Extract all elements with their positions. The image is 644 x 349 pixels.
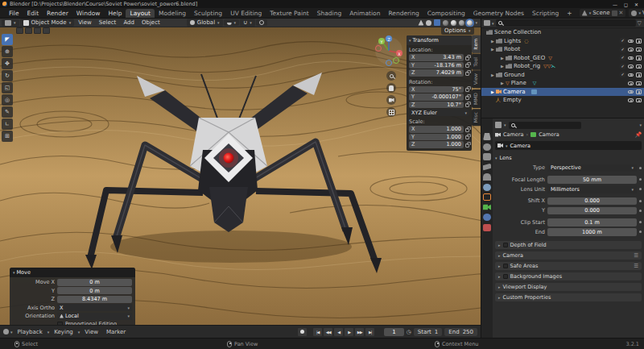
exclude-checkbox[interactable]: ✓ xyxy=(620,47,625,52)
safe-areas-checkbox[interactable] xyxy=(503,264,508,268)
add-cube-tool[interactable]: ⊞ xyxy=(2,131,13,142)
exclude-checkbox[interactable]: ✓ xyxy=(620,55,625,60)
rotation-mode-dropdown[interactable]: XYZ Euler▾ xyxy=(409,109,469,116)
scale-x-field[interactable]: X1.000 xyxy=(409,126,464,133)
maximize-button[interactable]: ◻ xyxy=(624,2,628,7)
workspace-tab-uv-editing[interactable]: UV Editing xyxy=(226,9,266,18)
menu-marker[interactable]: Marker xyxy=(103,329,129,335)
disable-render-icon[interactable] xyxy=(636,64,642,69)
animate-dot[interactable] xyxy=(639,210,642,212)
lock-icon[interactable] xyxy=(465,143,469,147)
hide-eye-icon[interactable] xyxy=(628,64,634,69)
next-keyframe-button[interactable]: ▶▶ xyxy=(355,328,364,336)
filter-funnel-icon[interactable]: ▽ xyxy=(638,20,642,27)
camera-datablock-field[interactable]: ▾ Camera xyxy=(495,141,642,150)
move-tool[interactable]: ✥ xyxy=(2,58,13,69)
panel-safe-areas[interactable]: ▸ Safe Areas ☰ xyxy=(495,262,642,271)
disable-render-icon[interactable] xyxy=(636,48,642,52)
play-reverse-button[interactable]: ◀ xyxy=(334,328,343,336)
workspace-tab-animation[interactable]: Animation xyxy=(345,9,384,18)
clip-start-field[interactable]: 0.1 m xyxy=(547,218,637,226)
hide-eye-icon[interactable] xyxy=(628,48,634,52)
lock-icon[interactable] xyxy=(465,103,469,107)
workspace-tab-scripting[interactable]: Scripting xyxy=(528,9,563,18)
lock-icon[interactable] xyxy=(465,64,469,68)
show-gizmo-icon[interactable] xyxy=(418,20,423,26)
shift-x-field[interactable]: 0.000 xyxy=(547,197,637,206)
animate-dot[interactable] xyxy=(639,200,642,202)
lens-panel-header[interactable]: ▾ Lens xyxy=(495,153,642,162)
workspace-tab-sculpting[interactable]: Sculpting xyxy=(190,9,226,18)
transform-tool[interactable]: ◎ xyxy=(2,94,13,106)
tab-object[interactable] xyxy=(483,193,491,201)
view-layer-selector[interactable]: ▾ ViewLayer xyxy=(629,9,644,17)
tool-option-icon[interactable] xyxy=(34,27,41,34)
menu-add[interactable]: Add xyxy=(120,19,138,26)
disable-render-icon[interactable] xyxy=(636,98,642,103)
outliner-row-robot[interactable]: ▶ Robot ✓ xyxy=(481,45,644,54)
add-workspace-button[interactable]: + xyxy=(563,9,576,18)
zoom-button[interactable] xyxy=(386,71,396,81)
panel-menu-icon[interactable]: ☰ xyxy=(634,252,638,259)
transform-orientation-selector[interactable]: Global ▾ xyxy=(187,19,223,27)
panel-camera[interactable]: ▸ Camera ☰ xyxy=(495,251,642,260)
frame-end-field[interactable]: End250 xyxy=(444,328,477,336)
mode-selector[interactable]: Object Mode ▾ xyxy=(20,19,75,27)
xray-toggle-icon[interactable] xyxy=(434,19,440,26)
disable-render-icon[interactable] xyxy=(636,39,642,44)
lock-icon[interactable] xyxy=(465,72,469,76)
tab-physics[interactable] xyxy=(483,214,491,221)
disable-render-icon[interactable] xyxy=(636,73,642,77)
timeline-editor-icon[interactable] xyxy=(3,329,9,334)
lock-icon[interactable] xyxy=(465,96,469,100)
pan-button[interactable] xyxy=(386,83,396,93)
editor-type-icon[interactable] xyxy=(495,122,502,128)
tab-mmd[interactable]: MMD xyxy=(472,89,481,108)
lock-icon[interactable] xyxy=(465,135,469,139)
location-x-field[interactable]: X3.43 m xyxy=(409,54,464,61)
disclosure-triangle[interactable]: ▶ xyxy=(499,56,506,60)
workspace-tab-geometry-nodes[interactable]: Geometry Nodes xyxy=(469,9,528,18)
workspace-tab-compositing[interactable]: Compositing xyxy=(423,9,469,18)
outliner-row-scene-collection[interactable]: Scene Collection xyxy=(481,28,644,37)
panel-background-images[interactable]: ▸ Background Images xyxy=(495,272,642,281)
hide-eye-icon[interactable] xyxy=(628,90,634,94)
lens-unit-dropdown[interactable]: Millimeters▾ xyxy=(547,185,637,193)
outliner-row-plane[interactable]: ▶ ▽ Plane ▽ xyxy=(481,79,644,88)
disclosure-triangle[interactable]: ▶ xyxy=(489,39,496,44)
disclosure-triangle[interactable]: ▶ xyxy=(499,64,506,69)
disable-render-icon[interactable] xyxy=(636,81,642,86)
perspective-toggle-button[interactable] xyxy=(386,107,396,117)
menu-view[interactable]: View xyxy=(75,19,95,26)
animate-dot[interactable] xyxy=(639,178,642,181)
outliner-row-empty[interactable]: ⼈ Empty xyxy=(481,96,644,105)
tab-object-data[interactable] xyxy=(483,204,491,211)
orientation-dropdown[interactable]: Local▾ xyxy=(57,313,132,320)
fake-user-shield-icon[interactable] xyxy=(634,143,639,148)
tab-misc[interactable]: Misc xyxy=(472,109,481,126)
hide-eye-icon[interactable] xyxy=(628,56,634,60)
move-z-field[interactable]: 8.4347 m xyxy=(57,296,132,303)
disclosure-triangle[interactable]: ▶ xyxy=(489,47,496,52)
outliner-row-lights[interactable]: ▶ Lights ◌ ✓ xyxy=(481,37,644,46)
use-preview-range-icon[interactable]: ◷ xyxy=(407,329,411,335)
lock-icon[interactable] xyxy=(465,56,469,60)
navigation-gizmo[interactable]: X Y Z xyxy=(372,34,406,68)
animate-dot[interactable] xyxy=(639,231,642,233)
workspace-tab-texture-paint[interactable]: Texture Paint xyxy=(266,9,312,18)
shading-dropdown-icon[interactable]: ▾ xyxy=(475,20,477,25)
close-button[interactable]: ✕ xyxy=(634,2,638,7)
hide-eye-icon[interactable] xyxy=(628,73,634,77)
shift-y-field[interactable]: 0.000 xyxy=(547,207,637,215)
move-panel-header[interactable]: ▾ Move xyxy=(10,268,135,277)
animate-dot[interactable] xyxy=(639,221,642,223)
new-scene-button[interactable] xyxy=(612,10,617,16)
tab-output[interactable] xyxy=(483,153,491,160)
tool-option-icon[interactable] xyxy=(25,27,32,34)
location-z-field[interactable]: Z7.4029 m xyxy=(409,69,464,77)
workspace-tab-modeling[interactable]: Modeling xyxy=(155,9,190,18)
menu-view-timeline[interactable]: View xyxy=(81,329,101,335)
menu-edit[interactable]: Edit xyxy=(23,10,43,17)
scale-tool[interactable]: ◱ xyxy=(2,82,13,93)
outliner-row-robot-rig[interactable]: ▶ Robot_rig ▽ ▽ ⋋ ✓ xyxy=(481,62,644,71)
